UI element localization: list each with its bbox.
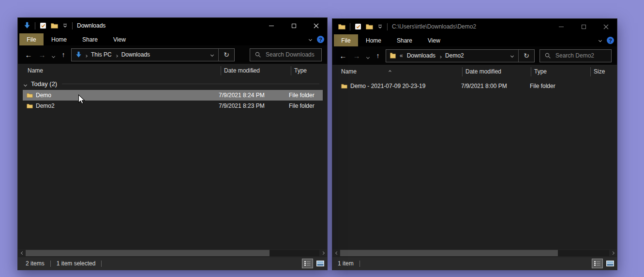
- column-header-type[interactable]: Type: [291, 66, 327, 75]
- toolbar-separator: [72, 22, 73, 29]
- file-type: File folder: [286, 92, 323, 99]
- address-bar[interactable]: « Downloads Demo2 ↻: [386, 49, 535, 62]
- forward-button[interactable]: →: [350, 52, 363, 59]
- column-header-size[interactable]: Size: [590, 67, 617, 76]
- search-input[interactable]: [266, 51, 321, 58]
- column-header-date-modified[interactable]: Date modified: [221, 66, 291, 75]
- search-input[interactable]: [555, 52, 611, 59]
- address-location-icon: [390, 52, 396, 59]
- status-bar: 2 items 1 item selected: [18, 257, 327, 270]
- scroll-left-icon[interactable]: [334, 252, 339, 254]
- recent-locations-icon[interactable]: [49, 51, 58, 58]
- titlebar[interactable]: C:\Users\irtle\Downloads\Demo2: [332, 19, 617, 34]
- explorer-window-demo2: C:\Users\irtle\Downloads\Demo2 File Home…: [332, 18, 617, 270]
- downloads-folder-icon: [24, 22, 30, 29]
- column-header-type[interactable]: Type: [531, 67, 590, 76]
- properties-icon[interactable]: [355, 23, 361, 30]
- minimize-icon: [559, 27, 564, 27]
- scrollbar-track[interactable]: [26, 250, 319, 256]
- help-icon[interactable]: ?: [317, 36, 324, 43]
- refresh-icon[interactable]: ↻: [519, 52, 534, 59]
- column-header-name[interactable]: Name: [336, 67, 462, 76]
- file-list[interactable]: Today (2) Demo 7/9/2021 8:24 PM File fol…: [18, 77, 327, 249]
- column-header-date-modified[interactable]: Date modified: [462, 67, 531, 76]
- expand-ribbon-icon[interactable]: [599, 39, 602, 42]
- ribbon-menubar: File Home Share View ?: [332, 34, 617, 46]
- caption-controls: [260, 18, 327, 33]
- scroll-right-icon[interactable]: [320, 252, 325, 254]
- breadcrumb-downloads[interactable]: Downloads: [407, 52, 435, 59]
- group-header-today[interactable]: Today (2): [18, 77, 327, 90]
- scroll-left-icon[interactable]: [20, 252, 25, 254]
- address-bar[interactable]: This PC Downloads ↻: [71, 48, 235, 61]
- new-folder-icon[interactable]: [51, 23, 58, 29]
- expand-ribbon-icon[interactable]: [309, 38, 312, 41]
- file-row-demo-copy[interactable]: Demo - 2021-07-09 20-23-19 7/9/2021 8:00…: [336, 81, 613, 91]
- help-icon[interactable]: ?: [607, 37, 614, 44]
- scrollbar-track[interactable]: [340, 250, 609, 256]
- selection-count: 1 item selected: [57, 260, 96, 267]
- minimize-button[interactable]: [260, 18, 283, 33]
- up-button[interactable]: ↑: [58, 51, 69, 58]
- address-dropdown-icon[interactable]: [206, 54, 218, 56]
- maximize-icon: [582, 25, 586, 29]
- breadcrumb-this-pc[interactable]: This PC: [91, 51, 112, 58]
- file-date: 7/9/2021 8:23 PM: [216, 102, 286, 109]
- new-folder-icon[interactable]: [366, 24, 373, 30]
- breadcrumb-chevron-icon: [85, 50, 87, 59]
- large-icons-view-button[interactable]: [315, 259, 326, 268]
- minimize-button[interactable]: [550, 19, 572, 34]
- close-button[interactable]: [595, 19, 617, 34]
- maximize-button[interactable]: [283, 18, 305, 33]
- file-row-demo[interactable]: Demo 7/9/2021 8:24 PM File folder: [23, 90, 323, 101]
- file-date: 7/9/2021 8:24 PM: [216, 92, 286, 99]
- tab-view[interactable]: View: [105, 33, 134, 45]
- collapse-group-icon[interactable]: [24, 80, 27, 87]
- breadcrumb-chevron-icon: [116, 50, 118, 59]
- search-box[interactable]: [250, 48, 322, 61]
- tab-share[interactable]: Share: [389, 34, 420, 46]
- address-dropdown-icon[interactable]: [506, 55, 518, 57]
- back-button[interactable]: ←: [22, 51, 35, 58]
- tab-file[interactable]: File: [19, 33, 44, 45]
- search-box[interactable]: [539, 49, 612, 62]
- address-bar-controls: ↻: [206, 49, 234, 61]
- customize-qat-icon[interactable]: [62, 23, 68, 28]
- customize-qat-icon[interactable]: [377, 24, 383, 29]
- maximize-button[interactable]: [572, 19, 595, 34]
- details-view-icon: [594, 261, 601, 266]
- status-bar: 1 item: [332, 257, 617, 270]
- window-title: Downloads: [77, 22, 105, 29]
- scroll-right-icon[interactable]: [610, 252, 615, 254]
- large-icons-view-button[interactable]: [604, 259, 615, 268]
- details-view-button[interactable]: [302, 259, 313, 268]
- properties-icon[interactable]: [40, 22, 46, 29]
- file-list[interactable]: Demo - 2021-07-09 20-23-19 7/9/2021 8:00…: [332, 78, 617, 249]
- tab-home[interactable]: Home: [358, 34, 389, 46]
- breadcrumb-demo2[interactable]: Demo2: [445, 52, 464, 59]
- column-header-name[interactable]: Name: [23, 66, 221, 75]
- up-button[interactable]: ↑: [372, 52, 384, 59]
- tab-view[interactable]: View: [420, 34, 448, 46]
- folder-icon: [27, 103, 33, 109]
- forward-button[interactable]: →: [35, 51, 49, 58]
- thumbnail-view-icon: [606, 261, 614, 266]
- file-row-demo2[interactable]: Demo2 7/9/2021 8:23 PM File folder: [23, 101, 323, 111]
- details-view-button[interactable]: [592, 259, 603, 268]
- breadcrumb-downloads[interactable]: Downloads: [121, 51, 150, 58]
- scrollbar-thumb[interactable]: [340, 250, 558, 256]
- horizontal-scrollbar[interactable]: [18, 249, 327, 257]
- tab-share[interactable]: Share: [75, 33, 105, 45]
- folder-icon: [27, 93, 33, 98]
- close-button[interactable]: [305, 18, 327, 33]
- refresh-icon[interactable]: ↻: [219, 51, 234, 58]
- breadcrumb-overflow[interactable]: «: [400, 52, 403, 59]
- back-button[interactable]: ←: [336, 52, 350, 59]
- recent-locations-icon[interactable]: [363, 52, 372, 59]
- tab-home[interactable]: Home: [44, 33, 75, 45]
- horizontal-scrollbar[interactable]: [332, 249, 617, 257]
- titlebar[interactable]: Downloads: [18, 18, 327, 33]
- tab-file[interactable]: File: [334, 34, 358, 46]
- scrollbar-thumb[interactable]: [26, 250, 270, 256]
- view-buttons: [592, 259, 615, 268]
